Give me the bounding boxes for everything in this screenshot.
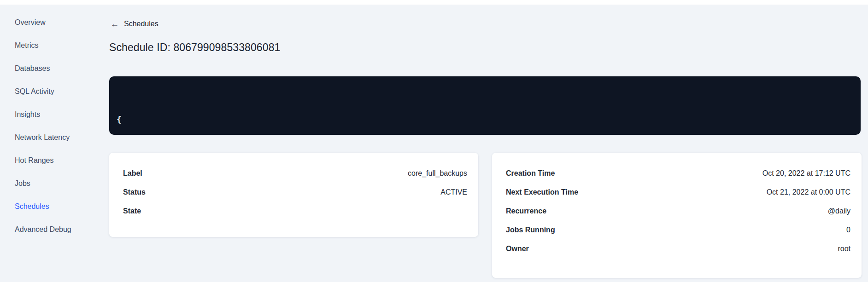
sidebar-item-sql-activity[interactable]: SQL Activity [15,80,109,103]
sidebar-item-schedules[interactable]: Schedules [15,195,109,218]
schedule-statement-code-block: { "backup_statement": "BACKUP INTO 's3:/… [109,76,861,135]
detail-row-label: Label core_full_backups [123,164,467,183]
detail-value: Oct 21, 2022 at 0:00 UTC [767,188,850,196]
detail-value: Oct 20, 2022 at 17:12 UTC [762,169,850,178]
detail-value: 0 [846,226,850,234]
detail-label: Creation Time [506,169,555,178]
detail-row-jobs-running: Jobs Running 0 [506,220,850,239]
detail-row-next-execution-time: Next Execution Time Oct 21, 2022 at 0:00… [506,183,850,201]
detail-label: Jobs Running [506,226,555,234]
schedule-execution-card: Creation Time Oct 20, 2022 at 17:12 UTC … [492,153,862,278]
detail-value: core_full_backups [408,169,467,178]
page-title: Schedule ID: 806799098533806081 [109,41,280,54]
sidebar-item-jobs[interactable]: Jobs [15,172,109,195]
sidebar: Overview Metrics Databases SQL Activity … [0,5,109,282]
detail-label: Status [123,188,146,196]
schedule-summary-card: Label core_full_backups Status ACTIVE St… [109,153,478,237]
sidebar-item-metrics[interactable]: Metrics [15,34,109,57]
detail-row-recurrence: Recurrence @daily [506,201,850,220]
back-arrow-icon: ← [111,20,119,28]
detail-label: Recurrence [506,207,546,215]
back-link-schedules[interactable]: ← Schedules [111,20,158,28]
detail-label: Owner [506,245,529,253]
sidebar-item-advanced-debug[interactable]: Advanced Debug [15,218,109,241]
detail-value: @daily [828,207,850,215]
back-link-label: Schedules [124,20,158,28]
sidebar-nav-list: Overview Metrics Databases SQL Activity … [0,5,109,241]
sidebar-item-hot-ranges[interactable]: Hot Ranges [15,149,109,172]
top-strip [0,0,868,5]
detail-row-creation-time: Creation Time Oct 20, 2022 at 17:12 UTC [506,164,850,183]
detail-label: Label [123,169,142,178]
sidebar-item-insights[interactable]: Insights [15,103,109,126]
detail-row-owner: Owner root [506,239,850,258]
sidebar-item-databases[interactable]: Databases [15,57,109,80]
sidebar-item-overview[interactable]: Overview [15,11,109,34]
sidebar-item-network-latency[interactable]: Network Latency [15,126,109,149]
detail-value: root [838,245,850,253]
detail-row-state: State [123,201,467,220]
code-line: { [117,112,853,127]
detail-value: ACTIVE [440,188,467,196]
detail-label: Next Execution Time [506,188,578,196]
detail-label: State [123,207,141,215]
detail-row-status: Status ACTIVE [123,183,467,201]
